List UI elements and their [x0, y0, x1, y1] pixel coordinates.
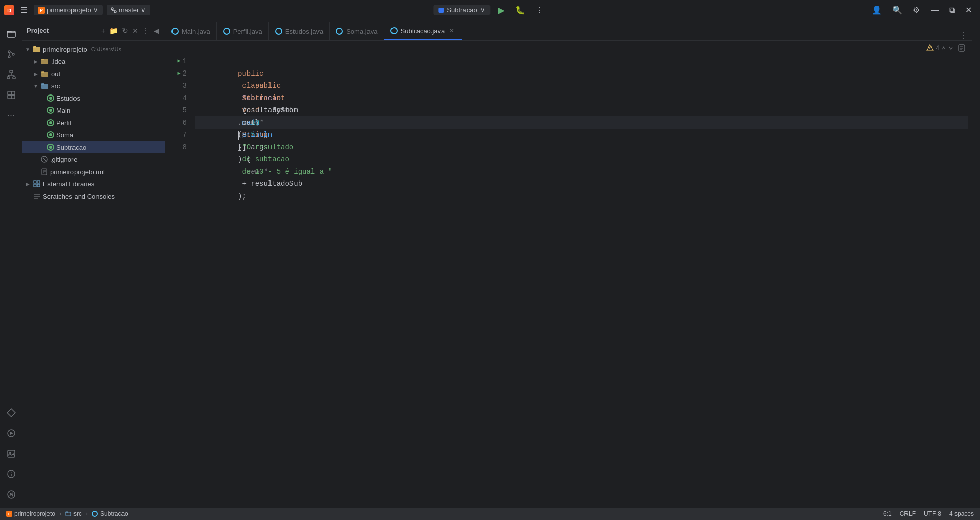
activity-more-icon[interactable]: ··· — [2, 106, 20, 125]
project-badge[interactable]: P primeiroprojeto ∨ — [34, 5, 103, 15]
app-logo: IJ — [4, 5, 14, 15]
svg-rect-49 — [37, 181, 40, 183]
close-sidebar-button[interactable]: ✕ — [131, 25, 140, 36]
tree-item-gitignore[interactable]: .gitignore — [22, 153, 165, 166]
activity-folder-icon[interactable] — [2, 25, 20, 43]
status-breadcrumb-file[interactable]: Subtracao — [92, 510, 128, 517]
branch-dropdown-icon: ∨ — [141, 6, 146, 14]
hamburger-button[interactable]: ☰ — [18, 3, 30, 17]
run-gutter-1[interactable]: ▶ — [178, 55, 181, 67]
activity-vcs-icon[interactable] — [2, 45, 20, 63]
activity-build-icon[interactable] — [2, 404, 20, 422]
class-icon-estudos — [47, 94, 54, 102]
svg-rect-39 — [41, 71, 44, 73]
maximize-button[interactable]: ⧉ — [945, 3, 959, 17]
svg-line-43 — [43, 158, 46, 161]
reader-mode-icon[interactable] — [958, 44, 966, 52]
svg-rect-12 — [10, 70, 13, 73]
folder-out-icon — [41, 69, 49, 78]
minimize-button[interactable]: — — [927, 3, 943, 17]
tree-perfil-label: Perfil — [56, 119, 71, 127]
tab-perfil[interactable]: Perfil.java — [217, 22, 269, 40]
settings-button[interactable]: ⚙ — [910, 3, 923, 17]
branch-badge[interactable]: master ∨ — [107, 5, 151, 15]
tree-main-label: Main — [56, 107, 70, 114]
tree-subtracao-label: Subtracao — [56, 144, 86, 151]
status-position[interactable]: 6:1 — [883, 510, 892, 517]
tree-external-libs-label: External Libraries — [43, 180, 94, 188]
tree-scratches-label: Scratches and Consoles — [43, 193, 115, 200]
add-folder-button[interactable]: 📁 — [108, 25, 119, 36]
activity-git-icon[interactable] — [2, 485, 20, 504]
more-options-button[interactable]: ⋮ — [141, 25, 151, 36]
tabs-more-button[interactable]: ⋮ — [955, 31, 972, 40]
status-breadcrumb-src[interactable]: src — [65, 510, 82, 517]
status-indent[interactable]: 4 spaces — [949, 510, 974, 517]
tree-item-idea[interactable]: ▶ .idea — [22, 55, 165, 67]
tree-item-soma[interactable]: Soma — [22, 129, 165, 141]
warnings-badge[interactable]: 4 — [926, 44, 953, 52]
tree-item-external-libs[interactable]: ▶ External Libraries — [22, 178, 165, 190]
caret-external-libs: ▶ — [24, 181, 31, 187]
tree-item-scratches[interactable]: ▶ Scratches and Consoles — [22, 190, 165, 202]
warnings-chevron-down — [948, 45, 953, 51]
tree-root-path: C:\Users\Us — [91, 46, 121, 52]
tab-icon-perfil — [223, 28, 230, 35]
run-button[interactable]: ▶ — [495, 3, 508, 18]
editor-content[interactable]: ▶ 1 ▶ 2 3 4 5 6 7 8 public class — [165, 55, 972, 508]
svg-rect-48 — [34, 181, 36, 183]
close-button[interactable]: ✕ — [961, 3, 976, 17]
add-file-button[interactable]: + — [100, 25, 107, 36]
svg-rect-50 — [34, 184, 36, 187]
class-icon-subtracao — [47, 144, 54, 151]
profile-button[interactable]: 👤 — [869, 3, 885, 17]
sidebar: Project + 📁 ↻ ✕ ⋮ ◀ ▼ primeiroprojeto C:… — [22, 20, 165, 508]
tree-out-label: out — [51, 70, 60, 78]
tree-root-label: primeiroprojeto — [43, 45, 87, 53]
status-encoding[interactable]: UTF-8 — [924, 510, 941, 517]
status-project[interactable]: P primeiroprojeto — [6, 510, 55, 517]
activity-plugins-icon[interactable] — [2, 86, 20, 104]
tab-soma[interactable]: Soma.java — [330, 22, 384, 40]
tree-item-subtracao[interactable]: Subtracao — [22, 141, 165, 153]
folder-idea-icon — [41, 57, 49, 65]
tree-item-src[interactable]: ▼ src — [22, 80, 165, 92]
more-actions-button[interactable]: ⋮ — [532, 3, 547, 17]
tree-item-perfil[interactable]: Perfil — [22, 116, 165, 129]
sidebar-header: Project + 📁 ↻ ✕ ⋮ ◀ — [22, 20, 165, 41]
tab-subtracao[interactable]: Subtracao.java ✕ — [384, 22, 463, 40]
code-line-3: int resultadoSub = 10 - 5 ; — [195, 80, 968, 92]
tree-item-main[interactable]: Main — [22, 104, 165, 116]
tab-close-subtracao[interactable]: ✕ — [448, 27, 456, 35]
activity-info-icon[interactable] — [2, 465, 20, 483]
activity-structure-icon[interactable] — [2, 65, 20, 84]
debug-button[interactable]: 🐛 — [512, 3, 528, 17]
tree-item-root[interactable]: ▼ primeiroprojeto C:\Users\Us — [22, 43, 165, 55]
tree-item-estudos[interactable]: Estudos — [22, 92, 165, 104]
tree-item-iml[interactable]: primeiroprojeto.iml — [22, 166, 165, 178]
tree-idea-label: .idea — [51, 58, 65, 65]
run-config-name: Subtracao — [447, 6, 477, 14]
sync-button[interactable]: ↻ — [120, 25, 130, 36]
run-config-badge[interactable]: Subtracao ∨ — [433, 5, 490, 15]
svg-marker-24 — [10, 432, 13, 435]
tree-gitignore-label: .gitignore — [50, 156, 77, 163]
run-config-dropdown: ∨ — [480, 6, 485, 14]
activity-run-icon[interactable] — [2, 424, 20, 442]
search-button[interactable]: 🔍 — [889, 3, 905, 17]
run-gutter-2[interactable]: ▶ — [178, 67, 181, 80]
tab-icon-soma — [336, 28, 343, 35]
activity-image-icon[interactable] — [2, 444, 20, 463]
tree-item-out[interactable]: ▶ out — [22, 67, 165, 80]
code-line-7: } — [195, 129, 968, 141]
svg-line-11 — [10, 52, 12, 53]
tab-main[interactable]: Main.java — [165, 22, 217, 40]
class-icon-perfil — [47, 119, 54, 126]
status-line-ending[interactable]: CRLF — [900, 510, 916, 517]
tree-estudos-label: Estudos — [56, 94, 80, 102]
branch-name: master — [119, 6, 139, 14]
code-area[interactable]: public class Subtracao { new * public st… — [191, 55, 972, 508]
collapse-sidebar-button[interactable]: ◀ — [152, 25, 161, 36]
tab-estudos[interactable]: Estudos.java — [269, 22, 330, 40]
external-libs-icon — [33, 180, 41, 188]
